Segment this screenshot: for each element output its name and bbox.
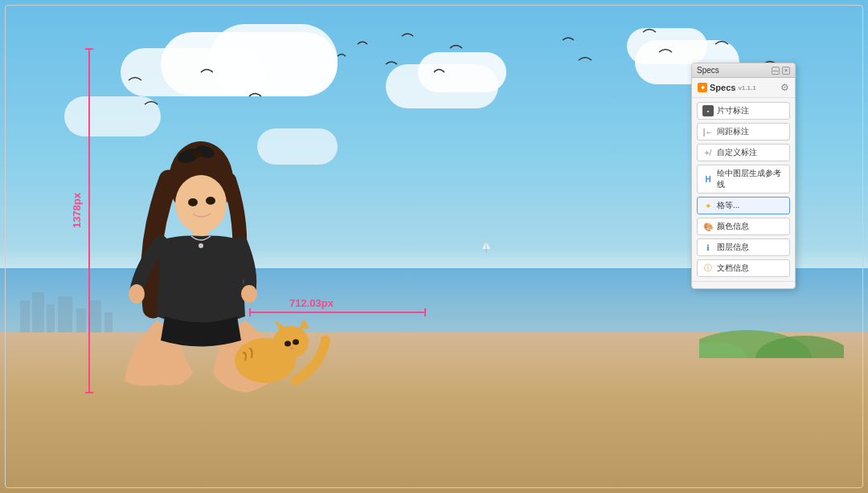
ref-line-icon: H	[702, 173, 714, 185]
svg-marker-25	[299, 319, 309, 329]
vertical-measurement-line	[88, 48, 90, 393]
horizontal-measurement-label: 712.03px	[289, 297, 334, 309]
hills	[699, 318, 844, 358]
titlebar-controls: — ×	[772, 67, 790, 75]
layer-info-icon: ℹ	[702, 242, 714, 253]
specs-buttons-container: ▪ 片寸标注 |← 间距标注 +/ 自定义标注 H 绘中图层生成参考线 ✦ 格等…	[692, 98, 795, 281]
specs-logo: ✦ Specs v1.1.1	[698, 83, 756, 92]
doc-info-label: 文档信息	[717, 263, 784, 274]
svg-point-21	[241, 285, 257, 303]
frame-annotation-button[interactable]: |← 间距标注	[697, 123, 790, 141]
svg-point-18	[206, 197, 215, 205]
svg-point-16	[175, 175, 227, 233]
ref-line-label: 绘中图层生成参考线	[717, 168, 784, 190]
style-icon: ✦	[702, 200, 714, 211]
specs-panel: Specs — × ✦ Specs v1.1.1 ⚙ ▪ 片寸标注 |← 间距标…	[691, 63, 796, 289]
vertical-measurement-label: 1378px	[71, 193, 83, 228]
color-info-label: 颜色信息	[717, 221, 784, 232]
color-info-button[interactable]: 🎨 颜色信息	[697, 218, 790, 235]
specs-footer	[692, 281, 795, 288]
color-info-icon: 🎨	[702, 221, 714, 232]
specs-titlebar-label: Specs	[697, 66, 719, 75]
minimize-button[interactable]: —	[772, 67, 780, 75]
custom-annotation-label: 自定义标注	[717, 147, 784, 158]
city-silhouette	[16, 284, 113, 332]
svg-point-28	[290, 348, 293, 350]
frame-annotation-label: 间距标注	[717, 126, 784, 137]
svg-point-20	[129, 284, 145, 304]
svg-rect-5	[90, 300, 101, 332]
settings-gear-icon[interactable]: ⚙	[780, 82, 789, 93]
custom-annotation-icon: +/	[702, 147, 714, 158]
svg-point-27	[293, 340, 299, 345]
svg-point-17	[188, 198, 198, 206]
svg-rect-6	[104, 312, 113, 332]
custom-annotation-button[interactable]: +/ 自定义标注	[697, 144, 790, 161]
size-annotation-icon: ▪	[702, 105, 714, 116]
horizontal-measurement-line	[249, 312, 426, 313]
ref-line-button[interactable]: H 绘中图层生成参考线	[697, 165, 790, 194]
svg-rect-3	[58, 296, 72, 332]
character-area	[113, 116, 338, 421]
doc-info-icon: ⓘ	[702, 263, 714, 274]
specs-header: ✦ Specs v1.1.1 ⚙	[692, 78, 795, 98]
layer-info-button[interactable]: ℹ 图层信息	[697, 238, 790, 256]
svg-point-29	[199, 243, 203, 248]
svg-point-15	[192, 150, 202, 158]
frame-annotation-icon: |←	[702, 126, 714, 137]
doc-info-button[interactable]: ⓘ 文档信息	[697, 259, 790, 277]
svg-rect-4	[76, 308, 86, 332]
size-annotation-label: 片寸标注	[717, 105, 784, 116]
svg-point-23	[273, 326, 309, 358]
specs-logo-icon: ✦	[698, 83, 707, 92]
svg-rect-2	[47, 304, 55, 332]
svg-rect-0	[20, 300, 30, 332]
layer-info-label: 图层信息	[717, 242, 784, 253]
svg-point-26	[285, 341, 291, 347]
close-button[interactable]: ×	[782, 67, 790, 75]
style-label: 格等...	[717, 200, 784, 211]
style-button[interactable]: ✦ 格等...	[697, 197, 790, 214]
specs-titlebar: Specs — ×	[692, 63, 795, 78]
svg-rect-1	[32, 292, 44, 332]
specs-logo-text: Specs	[710, 83, 735, 92]
specs-version: v1.1.1	[738, 84, 755, 92]
size-annotation-button[interactable]: ▪ 片寸标注	[697, 102, 790, 120]
